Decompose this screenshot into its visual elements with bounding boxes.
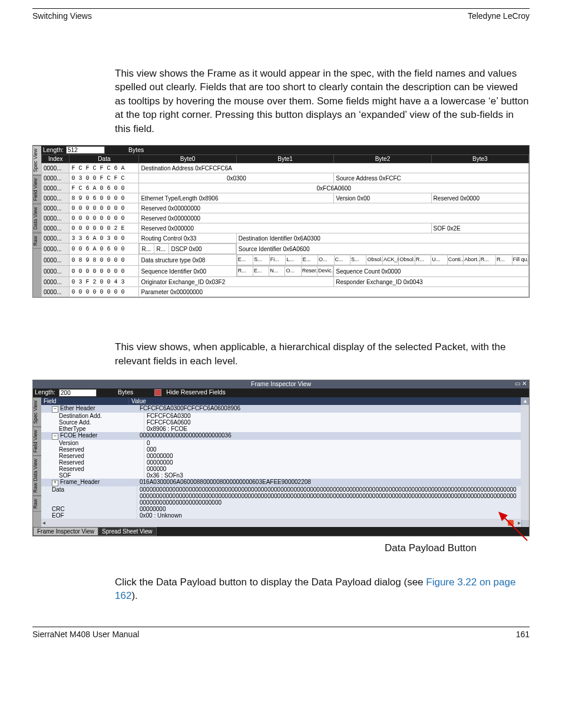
tree-field: Reserved xyxy=(41,453,144,459)
tree-row[interactable]: −FCOE Header0000000000000000000000000036 xyxy=(41,432,529,440)
table-cell: 0 0 0 0 0 0 2 E xyxy=(70,223,139,233)
table-cell: 0000... xyxy=(42,255,70,266)
side-tab-spec-view[interactable]: Spec View xyxy=(33,146,41,175)
col-byte0: Byte0 xyxy=(139,155,236,163)
tree-row[interactable]: Reserved000000 xyxy=(41,466,529,472)
collapse-icon[interactable]: − xyxy=(52,433,58,440)
side-tab-data-view[interactable]: Data View xyxy=(33,204,41,233)
tree-field: CRC xyxy=(41,506,137,512)
scrollbar-track[interactable] xyxy=(521,486,529,506)
tree-value: 0x36 : SOFn3 xyxy=(144,472,521,479)
tree-row[interactable]: CRC00000000 xyxy=(41,506,529,512)
table-cell: 8 9 0 6 0 0 0 0 xyxy=(70,193,139,203)
length-input[interactable]: 512 xyxy=(66,146,105,154)
table-cell: Responder Exchange_ID 0x0043 xyxy=(334,277,529,287)
table-cell: 0 0 0 0 0 0 0 0 xyxy=(70,287,139,297)
paragraph-2: This view shows, when applicable, a hier… xyxy=(115,340,530,368)
table-row: 0000...3 3 6 A 0 3 0 0Routing Control 0x… xyxy=(42,233,529,243)
scrollbar-track[interactable] xyxy=(521,466,529,472)
table-cell: 0000... xyxy=(42,203,70,213)
scrollbar-track[interactable] xyxy=(521,419,529,426)
table-cell: R...E...N...O...Reser...Devic... xyxy=(236,266,333,277)
table-cell: Routing Control 0x33 xyxy=(139,233,236,243)
tree-row[interactable]: −Ether HeaderFCFCFC6A0300FCFCFC6A0600890… xyxy=(41,405,529,413)
tree-field: Destination Add. xyxy=(41,413,144,419)
tree-value: FCFCFC6A0600 xyxy=(144,419,521,426)
scrollbar-track[interactable] xyxy=(521,479,529,486)
scrollbar-track[interactable] xyxy=(521,446,529,453)
data-payload-button[interactable] xyxy=(508,520,514,526)
scrollbar-track[interactable] xyxy=(521,432,529,440)
table-cell: Source Identifier 0x6A0600 xyxy=(236,243,528,255)
table-row: 0000...0 3 F 2 0 0 4 3Originator Exchang… xyxy=(42,277,529,287)
table-cell: Destination Identifier 0x6A0300 xyxy=(236,233,528,243)
table-row: 0000...0 0 0 0 0 0 0 0Parameter 0x000000… xyxy=(42,287,529,297)
tree-row[interactable]: +Frame_Header016A0300006A060008800000800… xyxy=(41,479,529,486)
hide-reserved-label: Hide Reserved Fields xyxy=(166,389,225,396)
tree-row[interactable]: Version0 xyxy=(41,440,529,446)
table-cell: Reserved 0x0000 xyxy=(431,193,528,203)
table-cell: 0000... xyxy=(42,163,70,173)
scrollbar-track[interactable] xyxy=(521,512,529,519)
scrollbar-track[interactable] xyxy=(521,453,529,459)
resize-grip-icon[interactable] xyxy=(521,520,529,527)
scrollbar-track[interactable] xyxy=(521,472,529,479)
collapse-icon[interactable]: − xyxy=(52,406,58,413)
tree-row[interactable]: SOF0x36 : SOFn3 xyxy=(41,472,529,479)
header-left: Switching Views xyxy=(32,11,92,21)
table-cell: 0000... xyxy=(42,183,70,193)
tree-field: EOF xyxy=(41,512,137,519)
tab-frame-inspector-view[interactable]: Frame Inspector View xyxy=(33,527,98,536)
side-tab-field-view[interactable]: Field View xyxy=(33,427,41,456)
tree-row[interactable]: Data000000000000000000000000000000000000… xyxy=(41,486,529,506)
tree-row[interactable]: Reserved00000000 xyxy=(41,453,529,459)
paragraph-3: Click the Data Payload button to display… xyxy=(115,575,530,603)
side-tab-spec-view[interactable]: Spec View xyxy=(33,397,41,427)
expand-icon[interactable]: + xyxy=(52,480,58,486)
tree-field: −FCOE Header xyxy=(41,432,137,440)
tab-spread-sheet-view[interactable]: Spread Sheet View xyxy=(98,527,156,536)
side-tab-raw[interactable]: Raw xyxy=(33,496,41,512)
scrollbar-track[interactable] xyxy=(521,459,529,466)
tree-row[interactable]: Reserved00000000 xyxy=(41,459,529,466)
tree-row[interactable]: EOF0x00 : Unknown xyxy=(41,512,529,519)
maximize-icon[interactable]: ▭ xyxy=(515,380,520,387)
scroll-up-icon[interactable]: ▴ xyxy=(521,397,529,405)
table-row: 0000...0 3 0 0 F C F C0x0300Source Addre… xyxy=(42,173,529,183)
scroll-left-icon[interactable]: ◂ xyxy=(42,519,45,526)
scrollbar-track[interactable] xyxy=(521,440,529,446)
length-input[interactable]: 200 xyxy=(59,389,97,397)
tree-row[interactable]: Source Add.FCFCFC6A0600 xyxy=(41,419,529,426)
col-byte2: Byte2 xyxy=(334,155,431,163)
col-byte3: Byte3 xyxy=(431,155,528,163)
length-label: Length: xyxy=(35,389,55,396)
side-tab-raw-data-view[interactable]: Raw Data View xyxy=(33,456,41,496)
hide-reserved-checkbox[interactable] xyxy=(154,389,161,396)
scrollbar-track[interactable] xyxy=(521,405,529,413)
table-cell: 0000... xyxy=(42,173,70,183)
tree-row[interactable]: EtherType0x8906 : FCOE xyxy=(41,426,529,432)
tree-row[interactable]: Destination Add.FCFCFC6A0300 xyxy=(41,413,529,419)
tree-field: Reserved xyxy=(41,466,144,472)
tree-row[interactable]: Reserved000 xyxy=(41,446,529,453)
table-row: 0000...0 0 0 0 0 0 0 0Reserved 0x0000000… xyxy=(42,213,529,223)
scrollbar-track[interactable] xyxy=(521,506,529,512)
table-cell: Ethernet Type/Length 0x8906 xyxy=(139,193,334,203)
tree-value: 00000000 xyxy=(137,506,521,512)
tree-field: SOF xyxy=(41,472,144,479)
side-tab-raw[interactable]: Raw xyxy=(33,233,41,249)
side-tab-field-view[interactable]: Field View xyxy=(33,175,41,204)
table-cell: 0000... xyxy=(42,193,70,203)
scroll-right-icon[interactable]: ▸ xyxy=(518,519,521,526)
table-cell: E...S...Fi...L...E...O...C...S...Obsol..… xyxy=(236,255,528,266)
tree-value: FCFCFC6A0300 xyxy=(144,413,521,419)
scrollbar-track[interactable] xyxy=(521,426,529,432)
tree-value: FCFCFC6A0300FCFCFC6A06008906 xyxy=(137,405,521,413)
scrollbar-track[interactable] xyxy=(521,413,529,419)
table-cell: F C 6 A 0 6 0 0 xyxy=(70,183,139,193)
tree-field: −Ether Header xyxy=(41,405,137,413)
tree-value: 00000000 xyxy=(144,453,521,459)
tree-value: 0000000000000000000000000000000000000000… xyxy=(137,486,521,506)
close-icon[interactable]: ✕ xyxy=(522,380,527,387)
tree-field: +Frame_Header xyxy=(41,479,137,486)
